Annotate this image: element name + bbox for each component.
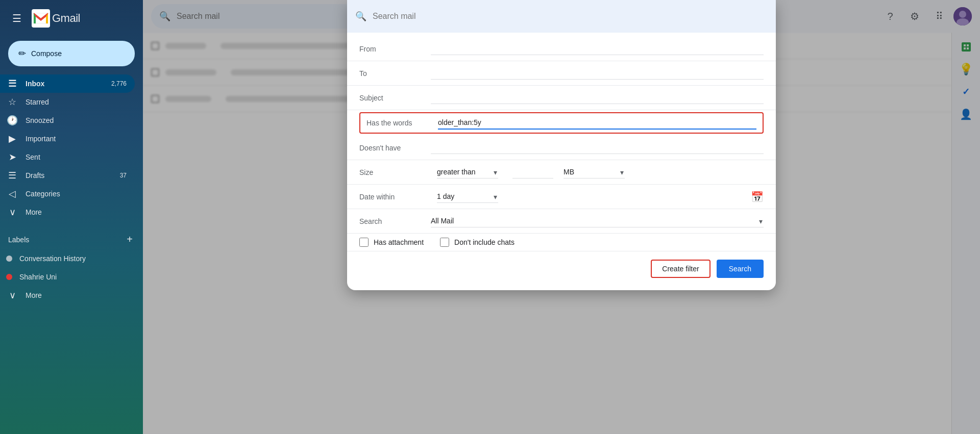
label-dot-icon bbox=[6, 256, 12, 262]
subject-input[interactable] bbox=[431, 91, 764, 104]
has-words-input[interactable] bbox=[438, 116, 756, 130]
date-select[interactable]: 1 day 3 days 1 week 2 weeks 1 month 2 mo… bbox=[437, 190, 498, 203]
inbox-icon: ☰ bbox=[6, 78, 18, 89]
label-name: Conversation History bbox=[19, 254, 86, 263]
sidebar-item-label: More bbox=[26, 291, 127, 299]
search-scope-label: Search bbox=[359, 217, 431, 225]
search-scope-select[interactable]: All Mail Inbox Starred Sent Drafts bbox=[431, 215, 764, 227]
edit-icon: ✏ bbox=[18, 48, 26, 59]
subject-row: Subject bbox=[347, 86, 776, 110]
sidebar-item-categories[interactable]: ◁ Categories bbox=[0, 185, 135, 203]
sidebar-item-sent[interactable]: ➤ Sent bbox=[0, 148, 135, 166]
sent-icon: ➤ bbox=[6, 151, 18, 163]
sidebar-item-label: Categories bbox=[26, 190, 127, 198]
dialog-search-input[interactable] bbox=[373, 12, 768, 21]
sidebar-item-label: Important bbox=[26, 135, 127, 143]
sidebar-item-more-1[interactable]: ∨ More bbox=[0, 203, 135, 221]
doesnt-have-row: Doesn't have bbox=[347, 136, 776, 160]
size-label: Size bbox=[359, 168, 431, 176]
size-number-input[interactable] bbox=[512, 166, 553, 178]
labels-section-header: Labels + bbox=[0, 229, 143, 249]
has-words-label: Has the words bbox=[366, 119, 438, 127]
from-input[interactable] bbox=[431, 42, 764, 55]
star-icon: ☆ bbox=[6, 96, 18, 108]
sidebar-item-label: Sent bbox=[26, 153, 127, 161]
label-dot-icon bbox=[6, 274, 12, 280]
drafts-icon: ☰ bbox=[6, 170, 18, 181]
has-attachment-checkbox-item[interactable]: Has attachment bbox=[359, 238, 424, 247]
sidebar-item-label: Drafts bbox=[26, 171, 113, 180]
sidebar-item-inbox[interactable]: ☰ Inbox 2,776 bbox=[0, 74, 135, 93]
important-icon: ▶ bbox=[6, 133, 18, 144]
sidebar-item-label: Snoozed bbox=[26, 116, 127, 124]
labels-title: Labels bbox=[8, 236, 29, 244]
to-label: To bbox=[359, 69, 431, 78]
to-input[interactable] bbox=[431, 67, 764, 80]
dont-include-chats-label: Don't include chats bbox=[454, 238, 514, 246]
size-comparator-select[interactable]: greater than less than bbox=[437, 166, 498, 178]
compose-button[interactable]: ✏ Compose bbox=[8, 41, 135, 66]
date-label: Date within bbox=[359, 193, 431, 201]
doesnt-have-input[interactable] bbox=[431, 141, 764, 154]
from-label: From bbox=[359, 45, 431, 53]
gmail-logo-svg bbox=[32, 9, 50, 28]
sidebar-item-label: Starred bbox=[26, 98, 127, 106]
add-label-button[interactable]: + bbox=[125, 232, 135, 247]
sidebar-item-drafts[interactable]: ☰ Drafts 37 bbox=[0, 166, 135, 185]
drafts-count: 37 bbox=[120, 172, 127, 179]
section-divider bbox=[0, 221, 143, 229]
sidebar: ☰ Gmail ✏ Compose ☰ Inbox 2,776 ☆ Starre… bbox=[0, 0, 143, 434]
label-item-shahrie-uni[interactable]: Shahrie Uni bbox=[0, 268, 143, 286]
dialog-search-icon: 🔍 bbox=[355, 11, 366, 22]
gmail-logo-text: Gmail bbox=[52, 12, 80, 25]
search-scope-wrapper: All Mail Inbox Starred Sent Drafts ▾ bbox=[431, 215, 764, 227]
dont-include-chats-checkbox[interactable] bbox=[440, 238, 449, 247]
search-scope-row: Search All Mail Inbox Starred Sent Draft… bbox=[347, 209, 776, 234]
size-unit-select[interactable]: MB KB GB bbox=[564, 166, 625, 178]
search-button[interactable]: Search bbox=[717, 260, 764, 278]
categories-icon: ◁ bbox=[6, 188, 18, 199]
inbox-count: 2,776 bbox=[111, 80, 127, 87]
size-unit-wrapper: MB KB GB ▾ bbox=[564, 166, 625, 178]
size-comparator-wrapper: greater than less than ▾ bbox=[437, 166, 498, 178]
sidebar-item-important[interactable]: ▶ Important bbox=[0, 130, 135, 148]
has-words-row: Has the words bbox=[359, 112, 764, 134]
size-row: Size greater than less than ▾ MB KB GB ▾ bbox=[347, 160, 776, 185]
chevron-down-icon: ∨ bbox=[6, 207, 18, 218]
has-attachment-checkbox[interactable] bbox=[359, 238, 369, 247]
date-row: Date within 1 day 3 days 1 week 2 weeks … bbox=[347, 185, 776, 209]
compose-label: Compose bbox=[31, 49, 62, 58]
label-name: Shahrie Uni bbox=[19, 273, 57, 281]
doesnt-have-label: Doesn't have bbox=[359, 144, 431, 152]
chevron-down-icon: ∨ bbox=[6, 290, 18, 301]
gmail-logo: Gmail bbox=[32, 9, 80, 28]
has-attachment-label: Has attachment bbox=[374, 238, 424, 246]
checkbox-row: Has attachment Don't include chats bbox=[347, 234, 776, 251]
sidebar-item-label: More bbox=[26, 208, 127, 216]
dont-include-chats-checkbox-item[interactable]: Don't include chats bbox=[440, 238, 514, 247]
to-row: To bbox=[347, 61, 776, 86]
sidebar-header: ☰ Gmail bbox=[0, 4, 143, 37]
date-select-wrapper: 1 day 3 days 1 week 2 weeks 1 month 2 mo… bbox=[437, 190, 498, 203]
create-filter-button[interactable]: Create filter bbox=[651, 260, 710, 278]
clock-icon: 🕐 bbox=[6, 115, 18, 126]
sidebar-item-snoozed[interactable]: 🕐 Snoozed bbox=[0, 111, 135, 130]
subject-label: Subject bbox=[359, 94, 431, 102]
search-dialog: 🔍 From To Subject Has the words Doesn't … bbox=[347, 0, 776, 290]
sidebar-item-starred[interactable]: ☆ Starred bbox=[0, 93, 135, 111]
dialog-search-bar[interactable]: 🔍 bbox=[347, 0, 776, 33]
from-row: From bbox=[347, 37, 776, 61]
dialog-footer: Create filter Search bbox=[347, 251, 776, 278]
calendar-icon[interactable]: 📅 bbox=[751, 191, 764, 203]
main-area: 🔍 ? ⚙ ⠿ bbox=[143, 0, 980, 434]
sidebar-item-more-2[interactable]: ∨ More bbox=[0, 286, 135, 304]
label-item-conversation-history[interactable]: Conversation History bbox=[0, 249, 143, 268]
hamburger-icon[interactable]: ☰ bbox=[8, 8, 26, 29]
sidebar-item-label: Inbox bbox=[26, 80, 104, 88]
